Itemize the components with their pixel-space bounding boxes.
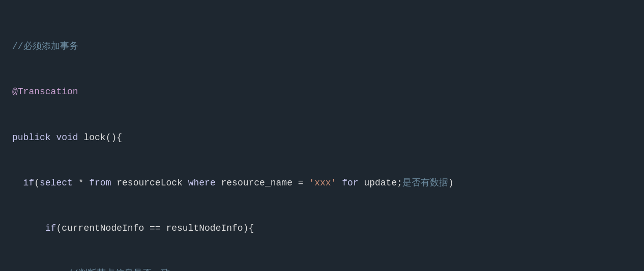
line-if-select: if(select * from resourceLock where reso… bbox=[12, 176, 632, 191]
line-method-declaration: publick void lock(){ bbox=[12, 130, 632, 146]
line-comment-transaction: //必须添加事务 bbox=[12, 39, 632, 55]
code-editor: //必须添加事务 @Transcation publick void lock(… bbox=[0, 0, 644, 271]
line-comment-node: //判断节点信息是否一致 bbox=[12, 266, 632, 271]
line-inner-if: if(currentNodeInfo == resultNodeInfo){ bbox=[12, 221, 632, 236]
line-annotation: @Transcation bbox=[12, 85, 632, 100]
